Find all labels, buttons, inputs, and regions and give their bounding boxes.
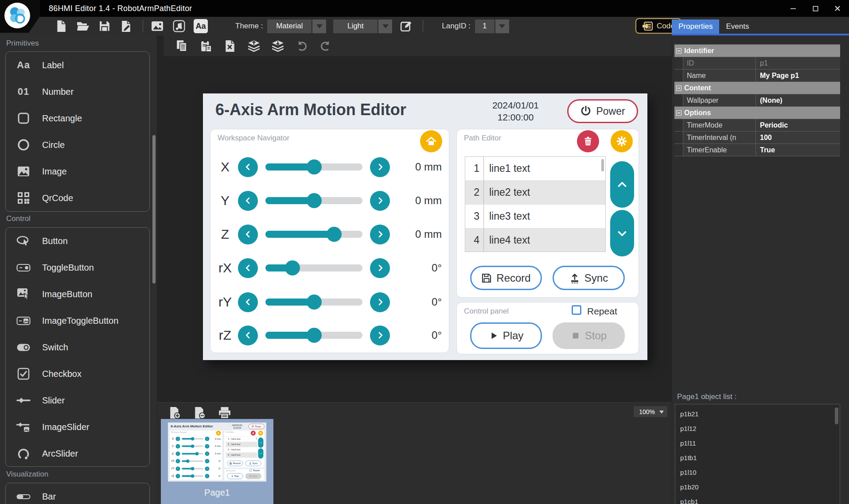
property-group-options[interactable]: Options (674, 107, 840, 119)
object-list-item[interactable]: p1b21 (675, 407, 840, 421)
slider-thumb[interactable] (307, 193, 322, 208)
increment-button[interactable] (370, 225, 390, 244)
new-file-button[interactable] (54, 19, 68, 33)
redo-button[interactable] (319, 39, 333, 53)
delete-path-button[interactable] (577, 130, 599, 152)
move-down-button[interactable] (610, 210, 634, 256)
minimize-button[interactable] (789, 4, 798, 13)
property-group-content[interactable]: Content (674, 82, 840, 94)
page-thumbnail[interactable]: 6-Axis Arm Motion Editor 2024/01/01 12:0… (161, 419, 273, 504)
decrement-button[interactable] (238, 157, 258, 177)
path-row[interactable]: 1 line1 text (465, 157, 605, 181)
property-value[interactable]: True (756, 144, 840, 156)
decrement-button[interactable] (238, 191, 258, 211)
play-button[interactable]: Play (470, 322, 542, 349)
decrement-button[interactable] (238, 326, 258, 345)
langid-dropdown[interactable]: 1 (475, 19, 509, 33)
property-value[interactable]: (None) (756, 94, 840, 106)
increment-button[interactable] (370, 292, 390, 312)
sidebar-item-qrcode[interactable]: QrCode (6, 185, 149, 211)
music-asset-button[interactable] (172, 19, 186, 33)
increment-button[interactable] (370, 326, 390, 345)
decrement-button[interactable] (238, 292, 258, 312)
property-value[interactable]: My Page p1 (756, 70, 840, 81)
font-asset-button[interactable]: Aa (194, 19, 208, 33)
tab-events[interactable]: Events (719, 19, 756, 34)
object-list-item[interactable]: p1tb1 (675, 450, 840, 465)
sidebar-item-image[interactable]: Image (6, 158, 149, 185)
open-file-button[interactable] (76, 19, 90, 33)
slider-thumb[interactable] (327, 227, 342, 242)
copy-button[interactable] (175, 39, 189, 53)
home-button[interactable] (420, 130, 442, 152)
property-row-timerinterval[interactable]: TimerInterval (n 100 (674, 132, 840, 144)
sidebar-item-arcslider[interactable]: ArcSlider (6, 440, 149, 467)
path-row[interactable]: 2 line2 text (465, 181, 605, 205)
slider-thumb[interactable] (307, 159, 322, 174)
sidebar-item-switch[interactable]: Switch (6, 334, 149, 361)
property-row-timerenable[interactable]: TimerEnable True (674, 144, 840, 156)
object-list-scrollbar[interactable] (835, 407, 838, 424)
move-up-button[interactable] (610, 161, 634, 208)
object-list-item[interactable]: p1cb1 (675, 494, 840, 504)
image-asset-button[interactable] (150, 19, 164, 33)
sidebar-item-checkbox[interactable]: Checkbox (6, 361, 149, 387)
sidebar-item-button[interactable]: Button (6, 228, 149, 254)
power-button[interactable]: Power (567, 99, 638, 123)
collapse-icon[interactable] (676, 110, 682, 116)
path-list-scrollbar[interactable] (601, 159, 604, 171)
theme-dropdown-value[interactable]: Material (267, 19, 312, 33)
collapse-icon[interactable] (676, 48, 682, 54)
property-group-identifier[interactable]: Identifier (674, 45, 840, 57)
langid-dropdown-value[interactable]: 1 (475, 19, 495, 33)
decrement-button[interactable] (238, 225, 258, 244)
theme-mode-dropdown-value[interactable]: Light (333, 19, 378, 33)
sidebar-item-bar[interactable]: Bar (6, 483, 149, 504)
slider-thumb[interactable] (307, 295, 322, 310)
property-row-wallpaper[interactable]: Wallpaper (None) (674, 94, 840, 107)
path-line-list[interactable]: 1 line1 text 2 line2 text 3 line3 text 4… (465, 156, 606, 252)
slider-track[interactable] (265, 299, 362, 306)
send-backward-button[interactable] (271, 39, 285, 53)
object-list-item[interactable]: p1l10 (675, 465, 840, 480)
export-page-button[interactable] (218, 406, 232, 420)
theme-dropdown[interactable]: Material (267, 19, 326, 33)
sidebar-item-circle[interactable]: Circle (6, 132, 149, 158)
langid-dropdown-arrow-icon[interactable] (495, 19, 509, 33)
sidebar-item-imageslider[interactable]: ImageSlider (6, 414, 149, 440)
property-row-name[interactable]: Name My Page p1 (674, 70, 840, 82)
sidebar-scrollbar[interactable] (152, 135, 156, 283)
sidebar-item-imagetogglebutton[interactable]: ImageToggleButton (6, 307, 149, 334)
tab-properties[interactable]: Properties (672, 19, 719, 34)
collapse-icon[interactable] (676, 85, 682, 91)
slider-track[interactable] (265, 197, 362, 204)
property-row-timermode[interactable]: TimerMode Periodic (674, 119, 840, 132)
increment-button[interactable] (370, 157, 390, 177)
undo-button[interactable] (295, 39, 309, 53)
remove-page-button[interactable] (193, 406, 207, 420)
sidebar-item-togglebutton[interactable]: ToggleButton (6, 254, 149, 281)
theme-dropdown-arrow-icon[interactable] (312, 19, 326, 33)
object-list-item[interactable]: p1l11 (675, 436, 840, 450)
property-value[interactable]: Periodic (756, 119, 840, 131)
slider-thumb[interactable] (307, 328, 322, 343)
zoom-control[interactable]: 100% (634, 406, 667, 417)
theme-edit-button[interactable] (399, 19, 413, 33)
decrement-button[interactable] (238, 258, 258, 278)
paste-button[interactable] (199, 39, 213, 53)
object-list-item[interactable]: p1b20 (675, 480, 840, 494)
close-button[interactable] (833, 4, 842, 13)
sidebar-item-number[interactable]: 01 Number (6, 78, 149, 105)
stop-button[interactable]: Stop (553, 322, 625, 349)
object-list-item[interactable]: p1l12 (675, 421, 840, 436)
theme-mode-dropdown-arrow-icon[interactable] (378, 19, 392, 33)
slider-thumb[interactable] (285, 260, 300, 275)
increment-button[interactable] (370, 191, 390, 211)
repeat-checkbox[interactable] (572, 305, 581, 315)
bring-forward-button[interactable] (247, 39, 261, 53)
sync-button[interactable]: Sync (553, 266, 625, 290)
property-value[interactable]: 100 (756, 132, 840, 143)
increment-button[interactable] (370, 258, 390, 278)
theme-mode-dropdown[interactable]: Light (333, 19, 392, 33)
sidebar-item-rectangle[interactable]: Rectangle (6, 105, 149, 132)
